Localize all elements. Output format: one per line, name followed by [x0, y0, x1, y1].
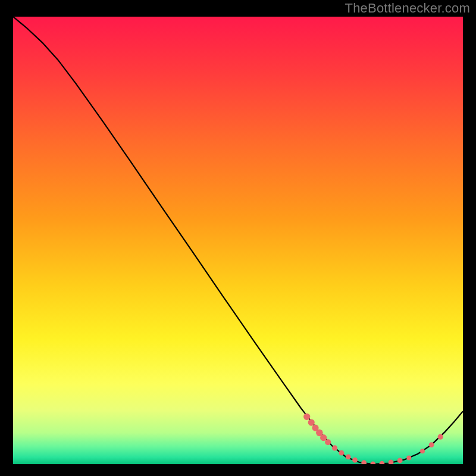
chart-svg — [13, 17, 463, 464]
curve-marker — [406, 455, 411, 460]
curve-marker — [438, 434, 443, 440]
curve-marker — [303, 414, 310, 420]
plot-area — [13, 17, 463, 464]
curve-marker — [429, 442, 434, 447]
chart-background — [13, 17, 463, 464]
curve-marker — [397, 458, 403, 464]
frame: TheBottlenecker.com — [0, 0, 476, 476]
curve-marker — [332, 445, 337, 450]
curve-marker — [325, 439, 331, 445]
curve-marker — [320, 434, 327, 441]
curve-marker — [346, 455, 351, 460]
attribution-label: TheBottlenecker.com — [345, 1, 470, 16]
curve-marker — [352, 458, 358, 463]
curve-marker — [339, 450, 344, 456]
curve-marker — [308, 419, 315, 425]
curve-marker — [420, 449, 425, 453]
